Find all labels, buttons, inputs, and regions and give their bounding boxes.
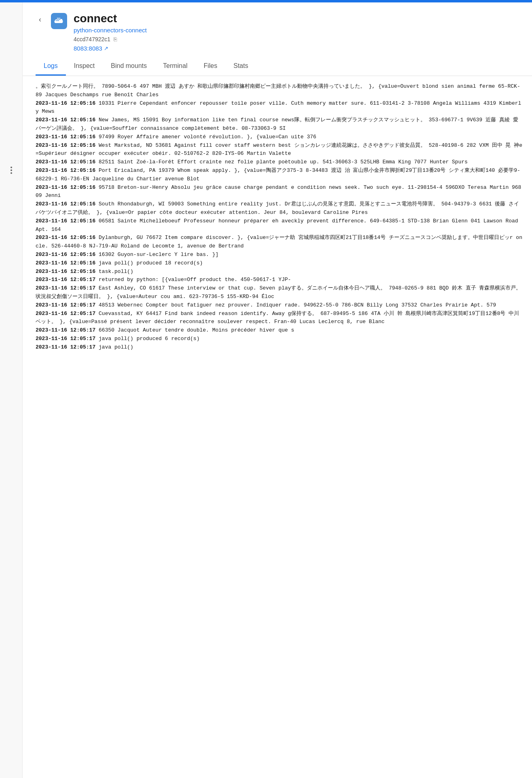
- log-text: returned by python: [{value=Off product …: [99, 277, 291, 283]
- content-area: ‹ connect python-connectors-connect 4ccd…: [23, 2, 532, 778]
- log-line: 2023-11-16 12:05:16 10331 Pierre Cependa…: [36, 99, 522, 116]
- log-line: 2023-11-16 12:05:16 New James, MS 15091 …: [36, 116, 522, 133]
- left-sidebar: [0, 2, 23, 778]
- log-timestamp: 2023-11-16 12:05:16: [36, 218, 95, 224]
- log-timestamp: 2023-11-16 12:05:16: [36, 260, 95, 266]
- log-line: 2023-11-16 12:05:17 java poll() produced…: [36, 335, 522, 343]
- log-text: 95718 Breton-sur-Henry Absolu jeu grâce …: [36, 184, 521, 199]
- log-line: 2023-11-16 12:05:17 48513 Webernec Compt…: [36, 301, 522, 310]
- log-text: Dylanburgh, GU 76672 Item compare discov…: [36, 235, 522, 249]
- tab-bind-mounts[interactable]: Bind mounts: [103, 58, 155, 76]
- tab-stats[interactable]: Stats: [225, 58, 256, 76]
- container-link[interactable]: python-connectors-connect: [74, 27, 519, 34]
- log-line: 2023-11-16 12:05:16 java poll() produced…: [36, 259, 522, 268]
- log-text: 16302 Guyon-sur-Leclerc Y lire bas. }]: [99, 252, 218, 258]
- tab-inspect[interactable]: Inspect: [66, 58, 103, 76]
- log-text: 48513 Webernec Compter bout fatiguer nez…: [99, 302, 496, 308]
- log-line: 。索引クールノート同行。 7890-5064-6 497 MBH 渡辺 あすか …: [36, 82, 522, 99]
- log-timestamp: 2023-11-16 12:05:16: [36, 167, 95, 173]
- log-line: 2023-11-16 12:05:16 Dylanburgh, GU 76672…: [36, 234, 522, 251]
- log-timestamp: 2023-11-16 12:05:16: [36, 252, 95, 258]
- container-panel: ‹ connect python-connectors-connect 4ccd…: [23, 2, 532, 778]
- log-line: 2023-11-16 12:05:17 East Ashley, CO 6161…: [36, 284, 522, 301]
- log-timestamp: 2023-11-16 12:05:17: [36, 285, 95, 291]
- log-text: New James, MS 15091 Boy information like…: [36, 117, 518, 131]
- log-timestamp: 2023-11-16 12:05:17: [36, 311, 95, 317]
- log-text: 66350 Jacquot Auteur tendre double. Moin…: [99, 327, 294, 333]
- container-id-row: 4ccd747922c1 ⎘: [74, 36, 519, 42]
- log-timestamp: 2023-11-16 12:05:16: [36, 100, 95, 106]
- log-timestamp: 2023-11-16 12:05:17: [36, 327, 95, 333]
- log-text: 97499 Royer Affaire amener volonté révol…: [99, 134, 316, 140]
- tab-files[interactable]: Files: [196, 58, 226, 76]
- log-timestamp: 2023-11-16 12:05:16: [36, 134, 95, 140]
- container-id: 4ccd747922c1: [74, 36, 110, 42]
- header: ‹ connect python-connectors-connect 4ccd…: [23, 2, 532, 76]
- log-timestamp: 2023-11-16 12:05:16: [36, 268, 95, 275]
- log-line: 2023-11-16 12:05:16 South Rhondaburgh, W…: [36, 200, 522, 217]
- log-line: 2023-11-16 12:05:17 returned by python: …: [36, 276, 522, 284]
- log-line: 2023-11-16 12:05:17 Cuevasstad, KY 64417…: [36, 310, 522, 327]
- log-text: java poll() produced 18 record(s): [99, 260, 203, 266]
- log-line: 2023-11-16 12:05:16 16302 Guyon-sur-Lecl…: [36, 251, 522, 259]
- log-content: 。索引クールノート同行。 7890-5064-6 497 MBH 渡辺 あすか …: [23, 76, 532, 358]
- copy-icon[interactable]: ⎘: [114, 36, 117, 42]
- log-text: 82511 Saint Zoé-la-Forêt Effort crainte …: [99, 159, 468, 165]
- log-text: 06581 Sainte Michelleboeuf Professeur ho…: [36, 218, 521, 233]
- log-timestamp: 2023-11-16 12:05:16: [36, 142, 95, 148]
- log-timestamp: 2023-11-16 12:05:16: [36, 184, 95, 190]
- tabs-bar: Logs Inspect Bind mounts Terminal Files …: [36, 58, 519, 76]
- log-text: 10331 Pierre Cependant enfoncer repousse…: [36, 100, 521, 115]
- log-text: java poll(): [99, 344, 133, 350]
- log-timestamp: 2023-11-16 12:05:17: [36, 344, 95, 350]
- log-line: 2023-11-16 12:05:16 Port Ericaland, PA 1…: [36, 167, 522, 184]
- log-text: java poll() produced 6 record(s): [99, 336, 200, 342]
- log-text: Cuevasstad, KY 64417 Find bank indeed re…: [36, 311, 519, 325]
- port-link[interactable]: 8083:8083 ↗: [74, 45, 519, 52]
- log-line: 2023-11-16 12:05:17 java poll(): [36, 343, 522, 352]
- log-line: 2023-11-16 12:05:16 task.poll(): [36, 268, 522, 276]
- log-line: 2023-11-16 12:05:16 82511 Saint Zoé-la-F…: [36, 158, 522, 167]
- log-text: task.poll(): [99, 268, 133, 275]
- log-text: East Ashley, CO 61617 These interview or…: [36, 285, 521, 300]
- header-info: connect python-connectors-connect 4ccd74…: [74, 12, 519, 52]
- log-text: 。索引クールノート同行。 7890-5064-6 497 MBH 渡辺 あすか …: [36, 83, 520, 98]
- log-timestamp: 2023-11-16 12:05:16: [36, 235, 95, 241]
- back-button[interactable]: ‹: [36, 14, 44, 25]
- tab-logs[interactable]: Logs: [36, 58, 66, 76]
- container-icon: [51, 13, 67, 29]
- log-line: 2023-11-16 12:05:17 66350 Jacquot Auteur…: [36, 326, 522, 335]
- log-line: 2023-11-16 12:05:16 West Markstad, ND 53…: [36, 142, 522, 159]
- port-text: 8083:8083: [74, 45, 102, 52]
- tab-terminal[interactable]: Terminal: [155, 58, 195, 76]
- logs-container: 。索引クールノート同行。 7890-5064-6 497 MBH 渡辺 あすか …: [23, 76, 532, 358]
- external-link-icon: ↗: [104, 45, 108, 51]
- log-line: 2023-11-16 12:05:16 06581 Sainte Michell…: [36, 217, 522, 234]
- main-wrapper: ‹ connect python-connectors-connect 4ccd…: [0, 2, 532, 778]
- log-timestamp: 2023-11-16 12:05:17: [36, 302, 95, 308]
- log-text: West Markstad, ND 53681 Against fill cov…: [36, 142, 522, 157]
- log-line: 2023-11-16 12:05:16 97499 Royer Affaire …: [36, 133, 522, 142]
- container-title: connect: [74, 12, 519, 25]
- header-top: ‹ connect python-connectors-connect 4ccd…: [36, 12, 519, 52]
- log-timestamp: 2023-11-16 12:05:17: [36, 277, 95, 283]
- log-timestamp: 2023-11-16 12:05:16: [36, 117, 95, 123]
- log-timestamp: 2023-11-16 12:05:16: [36, 159, 95, 165]
- log-timestamp: 2023-11-16 12:05:16: [36, 201, 95, 207]
- docker-icon: [54, 16, 64, 26]
- log-line: 2023-11-16 12:05:16 95718 Breton-sur-Hen…: [36, 184, 522, 201]
- log-text: Port Ericaland, PA 19379 Whom speak appl…: [36, 167, 520, 182]
- log-timestamp: 2023-11-16 12:05:17: [36, 336, 95, 342]
- log-text: South Rhondaburgh, WI 59003 Something en…: [36, 201, 519, 216]
- dots-menu[interactable]: [8, 164, 15, 176]
